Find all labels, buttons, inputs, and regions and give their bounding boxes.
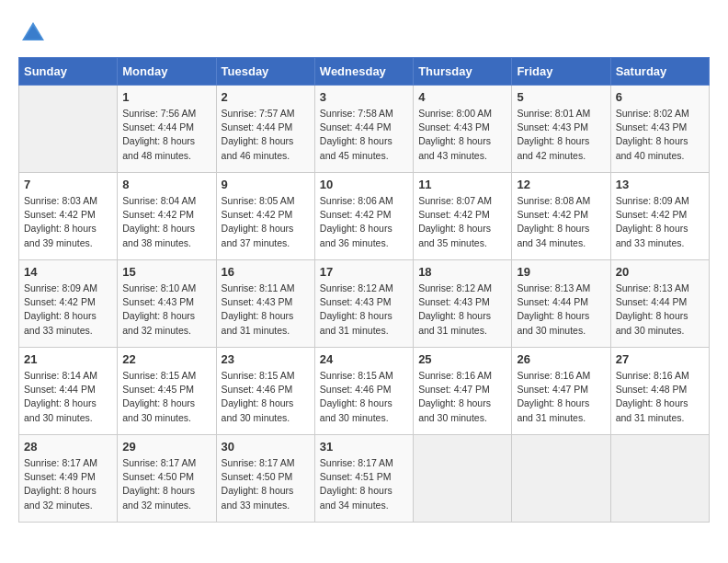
sunrise-text: Sunrise: 8:16 AM (418, 369, 506, 383)
daylight-text: Daylight: 8 hours (616, 396, 704, 410)
sunset-text: Sunset: 4:51 PM (320, 470, 408, 484)
day-number: 22 (122, 352, 210, 366)
day-number: 18 (418, 265, 506, 279)
day-number: 28 (24, 440, 112, 454)
daylight-text-2: and 30 minutes. (517, 324, 605, 338)
sunrise-text: Sunrise: 8:16 AM (517, 369, 605, 383)
sunrise-text: Sunrise: 8:13 AM (517, 282, 605, 295)
sunrise-text: Sunrise: 8:15 AM (320, 369, 408, 383)
sunrise-text: Sunrise: 8:15 AM (122, 369, 210, 383)
sunset-text: Sunset: 4:44 PM (222, 121, 310, 134)
day-number: 19 (517, 265, 605, 279)
sunrise-text: Sunrise: 8:00 AM (418, 107, 506, 121)
day-info: Sunrise: 8:09 AMSunset: 4:42 PMDaylight:… (616, 194, 704, 250)
day-cell (414, 435, 512, 523)
day-info: Sunrise: 8:13 AMSunset: 4:44 PMDaylight:… (517, 282, 605, 338)
day-number: 27 (616, 352, 704, 366)
day-cell: 17Sunrise: 8:12 AMSunset: 4:43 PMDayligh… (314, 260, 413, 348)
sunrise-text: Sunrise: 8:06 AM (320, 194, 408, 208)
day-info: Sunrise: 8:11 AMSunset: 4:43 PMDaylight:… (222, 282, 310, 338)
daylight-text-2: and 32 minutes. (122, 324, 210, 338)
sunset-text: Sunset: 4:43 PM (418, 121, 506, 134)
daylight-text-2: and 45 minutes. (320, 149, 408, 163)
day-cell: 11Sunrise: 8:07 AMSunset: 4:42 PMDayligh… (414, 173, 512, 260)
day-info: Sunrise: 8:12 AMSunset: 4:43 PMDaylight:… (418, 282, 506, 338)
day-cell: 8Sunrise: 8:04 AMSunset: 4:42 PMDaylight… (118, 173, 216, 260)
daylight-text-2: and 30 minutes. (320, 411, 408, 425)
daylight-text: Daylight: 8 hours (24, 309, 112, 323)
sunrise-text: Sunrise: 8:14 AM (24, 369, 112, 383)
daylight-text-2: and 46 minutes. (222, 149, 310, 163)
day-number: 3 (320, 90, 408, 104)
day-cell: 29Sunrise: 8:17 AMSunset: 4:50 PMDayligh… (118, 435, 216, 523)
sunset-text: Sunset: 4:42 PM (320, 208, 408, 222)
sunset-text: Sunset: 4:49 PM (24, 470, 112, 484)
day-cell: 31Sunrise: 8:17 AMSunset: 4:51 PMDayligh… (314, 435, 413, 523)
sunrise-text: Sunrise: 7:58 AM (320, 107, 408, 121)
daylight-text-2: and 34 minutes. (517, 236, 605, 250)
daylight-text: Daylight: 8 hours (616, 309, 704, 323)
daylight-text-2: and 36 minutes. (320, 236, 408, 250)
daylight-text: Daylight: 8 hours (418, 222, 506, 236)
day-info: Sunrise: 8:17 AMSunset: 4:49 PMDaylight:… (24, 456, 112, 512)
daylight-text-2: and 30 minutes. (24, 411, 112, 425)
daylight-text-2: and 40 minutes. (616, 149, 704, 163)
sunrise-text: Sunrise: 8:17 AM (222, 456, 310, 470)
header (18, 18, 710, 48)
day-number: 12 (517, 178, 605, 191)
day-cell: 2Sunrise: 7:57 AMSunset: 4:44 PMDaylight… (216, 86, 314, 173)
daylight-text-2: and 42 minutes. (517, 149, 605, 163)
sunset-text: Sunset: 4:47 PM (517, 383, 605, 396)
day-number: 20 (616, 265, 704, 279)
day-cell (610, 435, 709, 523)
logo-icon (18, 18, 48, 48)
daylight-text-2: and 33 minutes. (24, 324, 112, 338)
day-number: 7 (24, 178, 112, 191)
day-info: Sunrise: 8:15 AMSunset: 4:45 PMDaylight:… (122, 369, 210, 425)
sunrise-text: Sunrise: 8:12 AM (418, 282, 506, 295)
sunrise-text: Sunrise: 8:07 AM (418, 194, 506, 208)
daylight-text: Daylight: 8 hours (122, 134, 210, 148)
day-cell: 30Sunrise: 8:17 AMSunset: 4:50 PMDayligh… (216, 435, 314, 523)
daylight-text-2: and 38 minutes. (122, 236, 210, 250)
day-number: 11 (418, 178, 506, 191)
sunrise-text: Sunrise: 8:15 AM (222, 369, 310, 383)
day-number: 6 (616, 90, 704, 104)
day-cell: 6Sunrise: 8:02 AMSunset: 4:43 PMDaylight… (610, 86, 709, 173)
day-info: Sunrise: 8:08 AMSunset: 4:42 PMDaylight:… (517, 194, 605, 250)
sunrise-text: Sunrise: 7:57 AM (222, 107, 310, 121)
sunset-text: Sunset: 4:42 PM (24, 208, 112, 222)
day-info: Sunrise: 8:07 AMSunset: 4:42 PMDaylight:… (418, 194, 506, 250)
sunset-text: Sunset: 4:47 PM (418, 383, 506, 396)
day-info: Sunrise: 8:13 AMSunset: 4:44 PMDaylight:… (616, 282, 704, 338)
daylight-text-2: and 31 minutes. (418, 324, 506, 338)
day-cell: 28Sunrise: 8:17 AMSunset: 4:49 PMDayligh… (19, 435, 118, 523)
day-number: 4 (418, 90, 506, 104)
day-cell: 12Sunrise: 8:08 AMSunset: 4:42 PMDayligh… (512, 173, 610, 260)
day-number: 13 (616, 178, 704, 191)
sunset-text: Sunset: 4:42 PM (122, 208, 210, 222)
day-number: 24 (320, 352, 408, 366)
day-info: Sunrise: 8:05 AMSunset: 4:42 PMDaylight:… (222, 194, 310, 250)
sunset-text: Sunset: 4:42 PM (616, 208, 704, 222)
sunrise-text: Sunrise: 8:16 AM (616, 369, 704, 383)
daylight-text: Daylight: 8 hours (517, 396, 605, 410)
daylight-text-2: and 31 minutes. (616, 411, 704, 425)
sunrise-text: Sunrise: 8:17 AM (320, 456, 408, 470)
sunset-text: Sunset: 4:50 PM (122, 470, 210, 484)
day-number: 2 (222, 90, 310, 104)
day-number: 17 (320, 265, 408, 279)
sunrise-text: Sunrise: 8:09 AM (24, 282, 112, 295)
day-info: Sunrise: 8:15 AMSunset: 4:46 PMDaylight:… (222, 369, 310, 425)
daylight-text: Daylight: 8 hours (616, 134, 704, 148)
day-cell: 13Sunrise: 8:09 AMSunset: 4:42 PMDayligh… (610, 173, 709, 260)
header-row: SundayMondayTuesdayWednesdayThursdayFrid… (19, 58, 710, 86)
day-cell: 16Sunrise: 8:11 AMSunset: 4:43 PMDayligh… (216, 260, 314, 348)
sunrise-text: Sunrise: 8:05 AM (222, 194, 310, 208)
daylight-text: Daylight: 8 hours (320, 396, 408, 410)
day-info: Sunrise: 8:09 AMSunset: 4:42 PMDaylight:… (24, 282, 112, 338)
daylight-text: Daylight: 8 hours (24, 396, 112, 410)
sunrise-text: Sunrise: 8:01 AM (517, 107, 605, 121)
daylight-text-2: and 35 minutes. (418, 236, 506, 250)
sunset-text: Sunset: 4:46 PM (320, 383, 408, 396)
